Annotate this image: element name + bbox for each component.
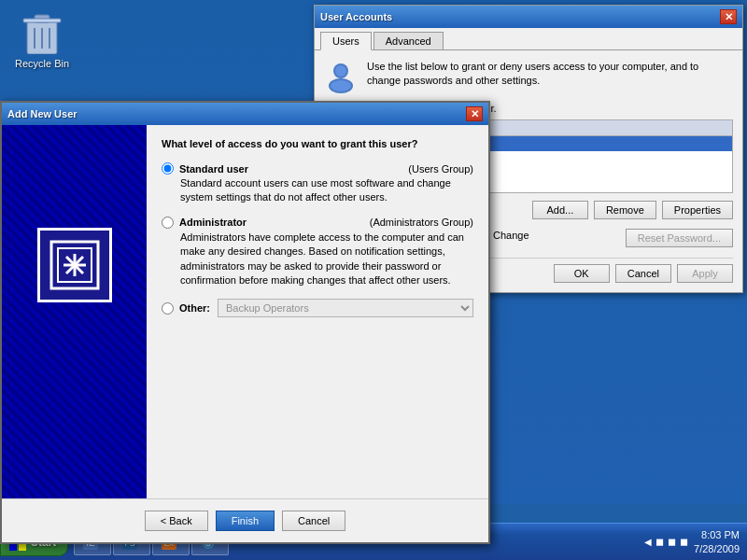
tray-chevron[interactable]: ◀: [644, 537, 652, 547]
other-option: Other: Backup Operators: [162, 299, 473, 317]
administrator-option: Administrator (Administrators Group) Adm…: [162, 217, 473, 288]
desktop: Recycle Bin User Accounts ✕ Users Advanc…: [0, 0, 747, 504]
other-radio[interactable]: [162, 302, 174, 315]
standard-user-radio[interactable]: [162, 162, 174, 175]
remove-button[interactable]: Remove: [594, 201, 656, 219]
administrator-label: Administrator: [179, 217, 247, 228]
tray-icon-2: ◼: [668, 536, 676, 548]
tab-advanced[interactable]: Advanced: [374, 32, 444, 49]
dialog-footer: < Back Finish Cancel: [2, 498, 488, 542]
user-accounts-close-button[interactable]: ✕: [720, 9, 737, 24]
apply-button[interactable]: Apply: [677, 264, 733, 283]
dialog-body: What level of access do you want to gran…: [2, 125, 488, 498]
svg-point-9: [331, 80, 351, 91]
properties-button[interactable]: Properties: [662, 201, 733, 219]
standard-user-label-row: Standard user (Users Group): [162, 162, 473, 175]
window-desc-row: Use the list below to grant or deny user…: [324, 60, 733, 93]
user-wizard-icon: [37, 228, 112, 302]
reset-password-button[interactable]: Reset Password...: [626, 229, 733, 247]
administrator-desc: Administrators have complete access to t…: [180, 231, 473, 288]
tray-icons: ◀ ◼ ◼ ◼: [644, 536, 688, 548]
standard-user-desc: Standard account users can use most soft…: [180, 176, 473, 205]
clock-date: 7/28/2009: [694, 542, 740, 555]
user-accounts-title: User Accounts: [320, 11, 392, 22]
add-user-close-button[interactable]: ✕: [466, 106, 483, 121]
user-accounts-tab-bar: Users Advanced: [315, 28, 742, 50]
add-button[interactable]: Add...: [532, 201, 588, 219]
cancel-button[interactable]: Cancel: [615, 264, 671, 283]
standard-user-group: (Users Group): [408, 163, 473, 175]
dialog-sidebar: [2, 125, 147, 498]
other-label: Other:: [179, 302, 210, 314]
back-button[interactable]: < Back: [145, 511, 208, 531]
tray-icon-1: ◼: [655, 536, 664, 548]
system-tray: ◀ ◼ ◼ ◼ 8:03 PM 7/28/2009: [637, 528, 747, 555]
ok-button[interactable]: OK: [554, 264, 610, 283]
window-description: Use the list below to grant or deny user…: [367, 60, 733, 89]
administrator-label-row: Administrator (Administrators Group): [162, 217, 473, 229]
svg-point-8: [335, 65, 346, 77]
sidebar-pattern: [2, 125, 147, 498]
user-accounts-icon: [324, 60, 358, 93]
administrator-radio[interactable]: [162, 217, 174, 229]
clock-time: 8:03 PM: [694, 528, 740, 541]
finish-button[interactable]: Finish: [216, 511, 275, 531]
dialog-cancel-button[interactable]: Cancel: [282, 511, 345, 531]
add-user-titlebar: Add New User ✕: [2, 103, 488, 125]
add-user-title: Add New User: [7, 108, 78, 119]
recycle-bin-label: Recycle Bin: [15, 58, 69, 69]
dialog-question: What level of access do you want to gran…: [162, 138, 473, 149]
standard-user-option: Standard user (Users Group) Standard acc…: [162, 162, 473, 205]
user-accounts-titlebar: User Accounts ✕: [315, 6, 742, 28]
other-select[interactable]: Backup Operators: [218, 299, 473, 317]
dialog-main: What level of access do you want to gran…: [147, 125, 488, 498]
standard-user-label: Standard user: [179, 163, 248, 175]
recycle-bin-icon[interactable]: Recycle Bin: [9, 9, 75, 69]
svg-rect-2: [23, 19, 61, 22]
add-new-user-dialog: Add New User ✕: [0, 101, 490, 544]
administrator-group: (Administrators Group): [370, 217, 473, 228]
tab-users[interactable]: Users: [320, 32, 372, 50]
tray-icon-3: ◼: [680, 536, 688, 548]
system-clock: 8:03 PM 7/28/2009: [694, 528, 740, 555]
